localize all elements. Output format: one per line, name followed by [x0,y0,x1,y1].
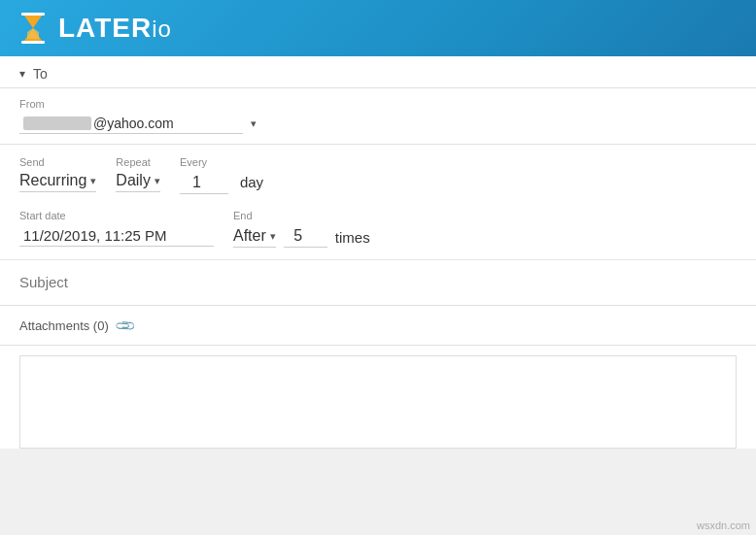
start-date-value[interactable]: 11/20/2019, 11:25 PM [19,225,214,247]
end-field-group: End After ▾ times [233,210,370,248]
watermark: wsxdn.com [697,519,750,531]
send-field-group: Send Recurring ▾ [19,156,96,192]
attachments-label: Attachments (0) [19,318,109,333]
to-label: To [33,66,48,82]
main-content: ▾ To From @yahoo.com ▾ Send Recurring ▾ … [0,56,756,449]
from-dropdown-arrow[interactable]: ▾ [251,117,257,130]
hourglass-icon [16,11,51,46]
svg-rect-1 [21,41,45,44]
times-input[interactable] [284,225,327,248]
send-label: Send [19,156,96,168]
from-section: From @yahoo.com ▾ [0,88,756,145]
start-date-field-group: Start date 11/20/2019, 11:25 PM [19,210,214,247]
end-select-row: After ▾ [233,227,276,248]
subject-section [0,260,756,306]
send-repeat-every-row: Send Recurring ▾ Repeat Daily ▾ Every da… [0,145,756,202]
logo-text: LATERio [58,13,172,44]
from-row: @yahoo.com ▾ [19,114,737,134]
to-collapse-button[interactable]: ▾ [19,67,25,81]
repeat-value: Daily [116,172,151,189]
every-label: Every [180,156,263,168]
email-blur [23,117,91,130]
email-body-input[interactable] [20,356,736,444]
every-field-group: Every day [180,156,263,194]
end-group: After ▾ times [233,225,370,248]
to-section: ▾ To [0,56,756,88]
from-email-display: @yahoo.com [19,114,243,134]
start-date-label: Start date [19,210,214,221]
repeat-label: Repeat [116,156,160,168]
subject-input[interactable] [19,274,737,290]
logo: LATERio [16,11,172,46]
email-body-area[interactable] [19,355,737,449]
end-value: After [233,227,266,245]
send-dropdown-arrow[interactable]: ▾ [90,175,96,187]
times-label: times [335,229,370,248]
svg-rect-0 [21,13,45,16]
every-input-row: day [180,172,263,194]
every-unit-label: day [240,174,263,194]
repeat-field-group: Repeat Daily ▾ [116,156,160,192]
email-domain: @yahoo.com [93,116,174,131]
every-input[interactable] [180,172,228,194]
app-header: LATERio [0,0,756,56]
from-label: From [19,98,737,110]
end-dropdown-arrow[interactable]: ▾ [270,230,276,243]
end-label: End [233,210,370,221]
repeat-select-row: Daily ▾ [116,172,160,192]
send-select-row: Recurring ▾ [19,172,96,192]
attachments-section: Attachments (0) 📎 [0,306,756,346]
paperclip-icon[interactable]: 📎 [114,314,136,336]
date-end-row: Start date 11/20/2019, 11:25 PM End Afte… [0,202,756,260]
repeat-dropdown-arrow[interactable]: ▾ [155,175,160,187]
send-value: Recurring [19,172,86,189]
